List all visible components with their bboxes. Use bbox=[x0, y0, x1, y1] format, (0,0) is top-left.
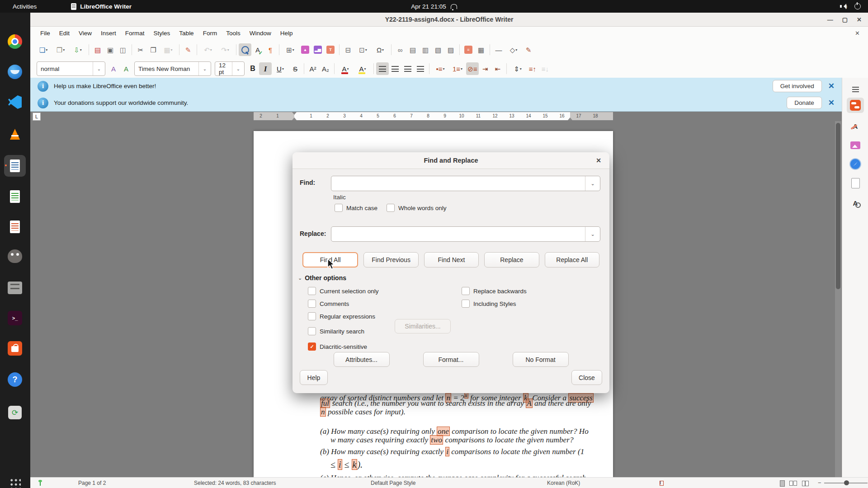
insert-textbox-button[interactable]: T bbox=[324, 43, 337, 56]
replace-input[interactable]: ⌄ bbox=[331, 226, 600, 242]
vertical-scrollbar[interactable] bbox=[835, 121, 841, 477]
help-icon[interactable]: ? bbox=[4, 369, 26, 390]
chevron-down-icon[interactable]: ⌄ bbox=[93, 62, 105, 75]
menu-format[interactable]: Format bbox=[121, 28, 149, 38]
insert-table-button[interactable]: ⊞▾ bbox=[282, 43, 299, 56]
no-format-button[interactable]: No Format bbox=[513, 352, 569, 367]
align-right-button[interactable] bbox=[401, 62, 414, 75]
formatting-marks-button[interactable]: ¶ bbox=[264, 43, 277, 56]
checkbox-icon[interactable] bbox=[335, 204, 343, 212]
ordered-list-button[interactable]: 1≡▾ bbox=[449, 62, 466, 75]
find-input-value[interactable] bbox=[331, 176, 585, 191]
insert-cross-reference-button[interactable]: ▨ bbox=[444, 43, 457, 56]
basic-shapes-button[interactable]: ◇▾ bbox=[505, 43, 522, 56]
open-file-button[interactable]: ❒▾ bbox=[52, 43, 69, 56]
align-left-button[interactable] bbox=[376, 62, 389, 75]
single-page-view-icon[interactable] bbox=[780, 480, 785, 487]
paragraph-style-combo[interactable]: normal ⌄ bbox=[37, 61, 105, 76]
chevron-down-icon[interactable]: ⌄ bbox=[585, 176, 600, 191]
subscript-button[interactable]: A₂ bbox=[319, 62, 332, 75]
bold-button[interactable]: B bbox=[246, 62, 259, 75]
styles-deck-button[interactable]: A bbox=[847, 118, 864, 134]
underline-button[interactable]: U▾ bbox=[272, 62, 289, 75]
scrollbar-thumb[interactable] bbox=[836, 123, 840, 289]
right-indent-marker[interactable] bbox=[568, 117, 572, 120]
first-line-indent-marker[interactable] bbox=[292, 112, 297, 115]
zoom-out-icon[interactable]: − bbox=[818, 479, 821, 486]
menu-insert[interactable]: Insert bbox=[96, 28, 121, 38]
checkbox-current-selection-only[interactable]: Current selection only bbox=[308, 287, 379, 295]
multi-page-view-icon[interactable] bbox=[789, 481, 793, 486]
get-involved-button[interactable]: Get involved bbox=[773, 80, 822, 92]
decrease-indent-button[interactable]: ⇤ bbox=[491, 62, 504, 75]
terminal-icon[interactable]: >_ bbox=[4, 307, 26, 329]
close-infobar-icon[interactable]: ✕ bbox=[828, 98, 835, 108]
chevron-down-icon[interactable]: ⌄ bbox=[232, 62, 244, 75]
save-status-icon[interactable] bbox=[38, 480, 42, 486]
libreoffice-impress-icon[interactable] bbox=[4, 216, 26, 238]
menu-tools[interactable]: Tools bbox=[222, 28, 245, 38]
page-break-button[interactable]: ⊟ bbox=[342, 43, 354, 56]
replace-input-value[interactable] bbox=[331, 227, 585, 241]
replace-all-button[interactable]: Replace All bbox=[545, 252, 599, 267]
language-status[interactable]: Korean (RoK) bbox=[547, 480, 580, 486]
vlc-icon[interactable] bbox=[4, 123, 26, 145]
find-input[interactable]: ⌄ bbox=[331, 176, 600, 191]
menu-view[interactable]: View bbox=[74, 28, 96, 38]
paste-button[interactable]: ▦▾ bbox=[160, 43, 177, 56]
dialog-titlebar[interactable]: Find and Replace ✕ bbox=[292, 152, 609, 169]
system-status-area[interactable]: ) bbox=[840, 3, 861, 9]
special-character-button[interactable]: Ω▾ bbox=[372, 43, 389, 56]
chevron-down-icon[interactable]: ⌄ bbox=[585, 227, 600, 241]
font-color-button[interactable]: A▾ bbox=[337, 62, 354, 75]
align-justify-button[interactable] bbox=[414, 62, 427, 75]
other-options-expander[interactable]: ⌄ Other options bbox=[298, 274, 346, 282]
menu-form[interactable]: Form bbox=[198, 28, 222, 38]
clone-formatting-button[interactable]: ✎ bbox=[182, 43, 194, 56]
attributes-button[interactable]: Attributes... bbox=[334, 352, 390, 367]
checkbox-icon[interactable] bbox=[308, 287, 316, 295]
document-text[interactable]: array of sorted distinct numbers and let… bbox=[320, 391, 600, 483]
insert-image-button[interactable]: ▴ bbox=[299, 43, 311, 56]
page-number-status[interactable]: Page 1 of 2 bbox=[78, 480, 106, 486]
bullet-list-button[interactable]: •≡▾ bbox=[432, 62, 449, 75]
checkbox-comments[interactable]: Comments bbox=[308, 300, 349, 308]
ubuntu-software-icon[interactable] bbox=[4, 338, 26, 359]
zoom-thumb[interactable] bbox=[844, 480, 849, 485]
libreoffice-writer-icon[interactable] bbox=[4, 155, 26, 177]
libreoffice-calc-icon[interactable] bbox=[4, 186, 26, 207]
horizontal-ruler[interactable]: 21123456789101112131415161718 bbox=[254, 112, 613, 120]
insert-comment-button[interactable]: ≡ bbox=[462, 43, 475, 56]
left-indent-marker[interactable] bbox=[292, 117, 297, 120]
menu-edit[interactable]: Edit bbox=[55, 28, 74, 38]
replace-button[interactable]: Replace bbox=[484, 252, 539, 267]
redo-button[interactable]: ↷▾ bbox=[217, 43, 234, 56]
line-spacing-button[interactable]: ⇕▾ bbox=[509, 62, 526, 75]
print-preview-button[interactable]: ◫ bbox=[117, 43, 129, 56]
italic-button[interactable]: I bbox=[259, 62, 272, 75]
page-deck-button[interactable] bbox=[847, 175, 864, 191]
horizontal-line-button[interactable]: — bbox=[492, 43, 505, 56]
update-style-button[interactable]: A bbox=[107, 62, 120, 75]
multi-page-view-icon[interactable] bbox=[793, 481, 797, 486]
book-view-icon[interactable] bbox=[802, 481, 809, 486]
close-dialog-icon[interactable]: ✕ bbox=[594, 156, 603, 165]
view-layout-buttons[interactable] bbox=[780, 480, 809, 487]
insert-chart-button[interactable]: ▂▅ bbox=[311, 43, 324, 56]
align-center-button[interactable] bbox=[389, 62, 401, 75]
checkbox-whole-words-only[interactable]: Whole words only bbox=[387, 204, 447, 212]
superscript-button[interactable]: A² bbox=[307, 62, 319, 75]
checkbox-checked-icon[interactable]: ✓ bbox=[308, 343, 316, 351]
checkbox-diacritic-sensitive[interactable]: ✓Diacritic-sensitive bbox=[308, 343, 367, 351]
increase-indent-button[interactable]: ⇥ bbox=[479, 62, 491, 75]
close-infobar-icon[interactable]: ✕ bbox=[828, 81, 835, 91]
checkbox-icon[interactable] bbox=[308, 300, 316, 308]
recycle-app-icon[interactable]: ⟳ bbox=[4, 402, 26, 423]
draw-functions-button[interactable]: ✎ bbox=[522, 43, 535, 56]
chrome-icon[interactable] bbox=[4, 31, 26, 52]
menu-window[interactable]: Window bbox=[245, 28, 276, 38]
checkbox-regular-expressions[interactable]: Regular expressions bbox=[308, 312, 375, 320]
navigator-deck-button[interactable] bbox=[847, 156, 864, 172]
thunderbird-icon[interactable] bbox=[4, 61, 26, 83]
export-pdf-button[interactable]: ▤ bbox=[91, 43, 104, 56]
